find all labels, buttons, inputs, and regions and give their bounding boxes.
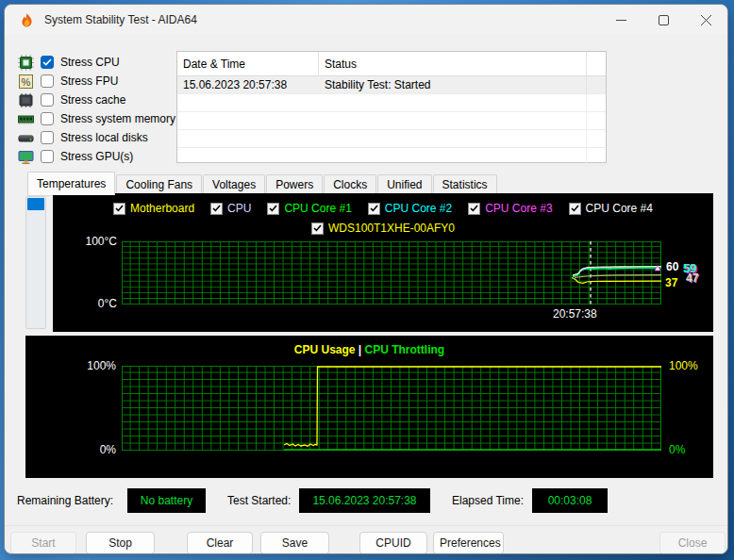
maximize-button[interactable] [642, 6, 685, 35]
stress-disks-checkbox[interactable] [41, 131, 54, 144]
minimize-button[interactable] [600, 6, 642, 35]
battery-label: Remaining Battery: [17, 488, 113, 513]
checkbox-checked[interactable] [468, 203, 480, 215]
log-cell-datetime: 15.06.2023 20:57:38 [177, 76, 319, 93]
fpu-icon: % [18, 74, 34, 90]
disk-icon [18, 130, 34, 146]
stress-fpu-label: Stress FPU [60, 74, 118, 88]
title-bar[interactable]: System Stability Test - AIDA64 [5, 5, 727, 35]
cpu-core2-label: CPU Core #2 [385, 202, 452, 215]
close-window-button[interactable]: Close [659, 532, 726, 554]
drive-toggle[interactable]: WDS100T1XHE-00AFY0 [311, 222, 455, 235]
close-icon [701, 15, 711, 25]
test-start-time-label: 20:57:38 [553, 307, 597, 321]
event-log-table: Date & Time Status 15.06.2023 20:57:38 S… [176, 51, 607, 163]
cpu-core2-toggle[interactable]: CPU Core #2 [368, 202, 452, 215]
close-button[interactable] [685, 6, 727, 35]
cpu-value-label: 60 [666, 260, 678, 273]
slider-thumb[interactable] [27, 198, 44, 210]
cpu-core3-label: CPU Core #3 [485, 202, 552, 215]
cpuid-button[interactable]: CPUID [359, 532, 427, 554]
tab-temperatures[interactable]: Temperatures [27, 172, 115, 195]
log-table-header: Date & Time Status [177, 52, 606, 76]
cpu-usage-plot [122, 366, 661, 451]
gpu-icon [18, 149, 34, 165]
stress-fpu-row: % Stress FPU [18, 72, 118, 91]
checkbox-checked[interactable] [368, 203, 380, 215]
stress-gpu-checkbox[interactable] [41, 150, 54, 163]
clear-button[interactable]: Clear [187, 532, 253, 554]
log-row-empty[interactable] [177, 94, 606, 112]
cpu-throttling-title: CPU Throttling [365, 343, 445, 356]
stress-memory-row: Stress system memory [18, 109, 175, 128]
tab-powers[interactable]: Powers [266, 174, 323, 195]
throttling-axis-right-min: 0% [669, 443, 685, 456]
drive-toggle-row: WDS100T1XHE-00AFY0 [53, 222, 713, 235]
stress-gpu-row: Stress GPU(s) [18, 147, 133, 166]
log-cell-spacer [586, 76, 606, 93]
motherboard-value-label: 37 [665, 276, 677, 289]
log-row-empty[interactable] [177, 112, 606, 130]
checkbox-checked[interactable] [267, 203, 279, 215]
usage-axis-left-min: 0% [25, 443, 116, 456]
stress-cache-label: Stress cache [60, 93, 125, 107]
minimize-icon [616, 15, 626, 25]
stress-options-panel: Stress CPU % Stress FPU Stress cache Str… [18, 49, 176, 168]
elapsed-time-value: 00:03:08 [532, 488, 608, 513]
log-row-empty[interactable] [177, 148, 606, 166]
stop-button[interactable]: Stop [86, 532, 155, 554]
stress-disks-label: Stress local disks [60, 131, 148, 144]
preferences-button[interactable]: Preferences [433, 532, 504, 554]
checkbox-checked[interactable] [210, 203, 223, 215]
tab-voltages[interactable]: Voltages [203, 174, 265, 195]
log-row-selected[interactable]: 15.06.2023 20:57:38 Stability Test: Star… [177, 76, 606, 94]
cpu-label: CPU [227, 202, 251, 215]
svg-text:%: % [22, 75, 31, 87]
log-cell-status: Stability Test: Started [319, 76, 586, 93]
stress-cache-checkbox[interactable] [41, 93, 54, 107]
app-flame-icon [19, 12, 35, 28]
usage-axis-right-max: 100% [669, 359, 698, 372]
maximize-icon [659, 15, 669, 25]
tab-cooling-fans[interactable]: Cooling Fans [116, 174, 202, 195]
stress-cache-row: Stress cache [18, 91, 125, 109]
stress-cpu-row: Stress CPU [18, 53, 120, 72]
cpu-toggle[interactable]: CPU [210, 202, 251, 215]
checkbox-checked[interactable] [569, 203, 581, 215]
title-separator: | [359, 343, 361, 356]
tab-statistics[interactable]: Statistics [433, 174, 497, 195]
log-header-spacer [586, 52, 606, 75]
temperature-plot [122, 241, 661, 305]
stress-cpu-checkbox[interactable] [41, 56, 54, 69]
start-button[interactable]: Start [10, 532, 76, 554]
log-row-empty[interactable] [177, 130, 606, 148]
footer-divider [5, 525, 727, 526]
cpu-core3-toggle[interactable]: CPU Core #3 [468, 202, 552, 215]
checkbox-checked[interactable] [113, 203, 125, 215]
stress-cpu-label: Stress CPU [60, 56, 120, 69]
stress-fpu-checkbox[interactable] [41, 74, 54, 88]
tab-clocks[interactable]: Clocks [324, 174, 376, 195]
battery-value: No battery [127, 488, 206, 513]
temperature-scale-slider[interactable] [25, 196, 46, 329]
tab-unified[interactable]: Unified [377, 174, 431, 195]
save-button[interactable]: Save [260, 532, 329, 554]
stress-memory-checkbox[interactable] [41, 112, 54, 125]
stress-disks-row: Stress local disks [18, 128, 148, 147]
motherboard-toggle[interactable]: Motherboard [113, 202, 194, 215]
temperature-chart-panel: Motherboard CPU CPU Core #1 CPU Core #2 … [53, 193, 713, 332]
log-header-status[interactable]: Status [319, 52, 586, 75]
cpu-core4-toggle[interactable]: CPU Core #4 [569, 202, 653, 215]
status-bar: Remaining Battery: No battery Test Start… [5, 488, 727, 513]
window-title: System Stability Test - AIDA64 [44, 13, 197, 26]
cpu-core4-label: CPU Core #4 [586, 202, 653, 215]
temp-axis-max: 100°C [53, 235, 117, 248]
usage-chart-title: CPU Usage | CPU Throttling [25, 343, 713, 356]
memory-icon [18, 111, 34, 127]
checkbox-checked[interactable] [311, 222, 324, 235]
cpu-core1-label: CPU Core #1 [284, 202, 351, 215]
usage-axis-left-max: 100% [25, 359, 116, 372]
motherboard-label: Motherboard [130, 202, 194, 215]
cpu-core1-toggle[interactable]: CPU Core #1 [267, 202, 351, 215]
log-header-datetime[interactable]: Date & Time [177, 52, 319, 75]
